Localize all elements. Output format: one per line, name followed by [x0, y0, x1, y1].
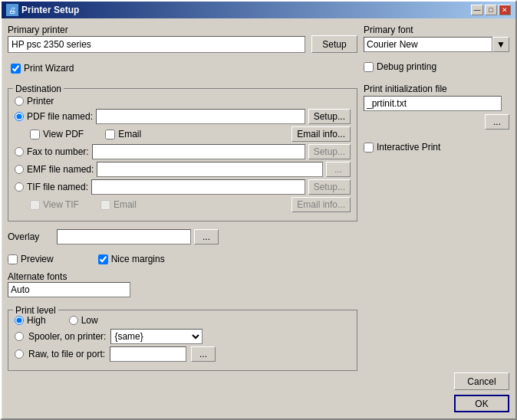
tif-setup-button: Setup...: [308, 179, 351, 195]
high-low-row: High Low: [15, 315, 351, 326]
print-level-label: Print level: [13, 305, 58, 316]
primary-printer-label: Primary printer: [8, 25, 357, 35]
view-pdf-label: View PDF: [43, 129, 84, 139]
pdf-radio[interactable]: [15, 112, 24, 121]
view-tif-label: View TIF: [43, 199, 79, 210]
main-content: Primary printer HP psc 2350 series Setup…: [2, 18, 515, 418]
init-dots-button[interactable]: ...: [485, 114, 509, 130]
low-radio[interactable]: [69, 316, 78, 325]
font-dropdown-button[interactable]: ▼: [492, 37, 509, 52]
alternate-fonts-input[interactable]: [8, 282, 130, 297]
setup-button[interactable]: Setup: [311, 35, 357, 53]
high-radio[interactable]: [15, 316, 24, 325]
email-info-button[interactable]: Email info...: [291, 126, 351, 142]
raw-radio-label: Raw, to file or port:: [28, 349, 105, 359]
left-panel: Primary printer HP psc 2350 series Setup…: [8, 25, 357, 412]
printer-setup-window: 🖨 Printer Setup — □ ✕ Primary printer HP…: [0, 0, 517, 420]
spooler-select[interactable]: {same}: [110, 329, 203, 344]
printer-radio-label: Printer: [27, 96, 54, 107]
action-buttons: Cancel OK: [364, 372, 509, 412]
spooler-row: Spooler, on printer: {same}: [15, 329, 351, 344]
print-wizard-row: Print Wizard: [11, 63, 357, 74]
print-wizard-label: Print Wizard: [24, 63, 74, 74]
tif-radio-label: TIF file named:: [27, 182, 88, 192]
print-wizard-checkbox[interactable]: [11, 64, 21, 74]
pdf-setup-button[interactable]: Setup...: [308, 109, 351, 124]
fax-setup-button: Setup...: [308, 144, 351, 159]
interactive-print-label: Interactive Print: [377, 142, 440, 153]
preview-label: Preview: [21, 254, 54, 264]
debug-printing-checkbox[interactable]: [364, 62, 374, 72]
high-radio-group: High: [15, 315, 46, 326]
printer-radio-row: Printer: [15, 96, 351, 107]
spacer: [364, 159, 509, 368]
view-tif-checkbox: [30, 200, 40, 210]
overlay-dots-button[interactable]: ...: [194, 229, 219, 244]
tif-radio-row: TIF file named: Setup...: [15, 179, 351, 195]
emf-radio-label: EMF file named:: [27, 164, 94, 175]
maximize-button[interactable]: □: [485, 5, 497, 15]
pdf-input[interactable]: [96, 109, 305, 124]
interactive-print-row: Interactive Print: [364, 142, 509, 153]
ok-button[interactable]: OK: [454, 395, 509, 412]
low-radio-group: Low: [69, 315, 98, 326]
fax-radio-label: Fax to number:: [27, 146, 89, 157]
destination-label: Destination: [13, 84, 64, 94]
pdf-radio-row: PDF file named: Setup...: [15, 109, 351, 124]
printer-icon: 🖨: [6, 4, 18, 16]
primary-font-label: Primary font: [364, 25, 509, 35]
primary-font-section: Primary font ▼: [364, 25, 509, 52]
fax-input[interactable]: [92, 144, 305, 159]
font-select-row: ▼: [364, 37, 509, 52]
email-checkbox[interactable]: [105, 130, 115, 139]
print-level-group: Print level High Low Spooler, on printer…: [8, 310, 357, 371]
printer-name-display: HP psc 2350 series: [8, 36, 305, 53]
tif-email-checkbox: [100, 200, 110, 210]
window-title: Printer Setup: [21, 5, 79, 15]
tif-radio[interactable]: [15, 182, 24, 192]
pdf-radio-label: PDF file named:: [27, 111, 93, 122]
debug-printing-row: Debug printing: [364, 61, 509, 72]
pdf-options-row: View PDF Email Email info...: [30, 126, 351, 142]
raw-radio[interactable]: [15, 349, 24, 359]
emf-input[interactable]: [97, 162, 323, 177]
raw-row: Raw, to file or port: ...: [15, 346, 351, 362]
preview-margins-row: Preview Nice margins: [8, 254, 357, 264]
cancel-button[interactable]: Cancel: [454, 372, 509, 390]
view-pdf-checkbox[interactable]: [30, 130, 40, 139]
tif-email-info-button: Email info...: [291, 197, 351, 212]
right-panel: Primary font ▼ Debug printing Print init…: [364, 25, 509, 412]
spooler-radio-label: Spooler, on printer:: [28, 331, 106, 342]
fax-radio[interactable]: [15, 147, 24, 156]
tif-email-label: Email: [114, 199, 137, 210]
preview-checkbox[interactable]: [8, 254, 18, 264]
raw-input[interactable]: [110, 346, 186, 362]
low-radio-label: Low: [81, 315, 98, 326]
minimize-button[interactable]: —: [471, 5, 483, 15]
fax-radio-row: Fax to number: Setup...: [15, 144, 351, 159]
nice-margins-label: Nice margins: [111, 254, 165, 264]
primary-font-input[interactable]: [364, 37, 492, 52]
interactive-print-checkbox[interactable]: [364, 143, 374, 153]
nice-margins-checkbox[interactable]: [98, 254, 108, 264]
tif-input[interactable]: [91, 179, 305, 195]
print-init-input[interactable]: [364, 96, 502, 111]
print-init-label: Print initialization file: [364, 84, 509, 94]
overlay-input[interactable]: [57, 229, 191, 244]
alternate-fonts-section: Alternate fonts: [8, 271, 357, 297]
print-init-section: Print initialization file ...: [364, 84, 509, 130]
init-dots-row: ...: [364, 114, 509, 130]
title-bar: 🖨 Printer Setup — □ ✕: [2, 2, 515, 18]
printer-name-row: HP psc 2350 series Setup: [8, 35, 357, 53]
alternate-fonts-label: Alternate fonts: [8, 271, 357, 282]
overlay-label: Overlay: [8, 231, 54, 242]
tif-options-row: View TIF Email Email info...: [30, 197, 351, 212]
emf-radio[interactable]: [15, 165, 24, 174]
email-label: Email: [118, 129, 141, 139]
spooler-radio[interactable]: [15, 332, 24, 341]
printer-radio[interactable]: [15, 97, 24, 106]
title-bar-left: 🖨 Printer Setup: [6, 4, 79, 16]
emf-radio-row: EMF file named: ...: [15, 162, 351, 177]
close-button[interactable]: ✕: [499, 5, 511, 15]
raw-dots-button[interactable]: ...: [191, 346, 216, 362]
